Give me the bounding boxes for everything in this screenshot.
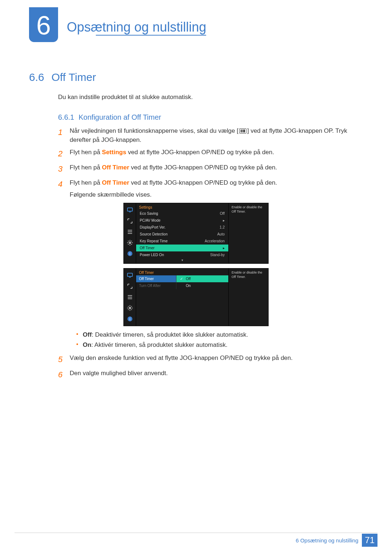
osd-help-text: Enable or disable the Off Timer. [228,268,268,326]
step-4: 4 Flyt hen på Off Timer ved at flytte JO… [58,178,363,199]
step-number: 3 [58,163,67,175]
osd-settings-figure: i Settings Eco SavingOff PC/AV Mode▸ Dis… [123,203,363,264]
gear-icon [126,239,134,247]
resize-icon [126,282,134,290]
osd-subitem-disabled: Turn Off After [136,282,176,289]
osd-tab-column: i [124,268,136,326]
osd-subitem-highlighted: Off Timer [136,275,176,282]
osd-row: Power LED OnStand-by [136,251,228,258]
chapter-rule [96,35,206,36]
osd-row: DisplayPort Ver.1.2 [136,224,228,231]
keyword: Settings [102,149,126,156]
osd-title: Off Timer [136,268,228,275]
info-icon: i [126,250,134,258]
svg-rect-1 [129,212,131,213]
step-3: 3 Flyt hen på Off Timer ved at flytte JO… [58,163,363,175]
bullet-icon: • [76,331,83,338]
osd-option-pane: ✓Off On [176,275,228,289]
steps-list-cont: 5 Vælg den ønskede funktion ved at flytt… [58,354,363,381]
subsection-heading: 6.6.1Konfiguration af Off Timer [58,113,363,122]
bullet-off: • Off: Deaktivér timeren, så produktet i… [76,331,363,338]
footer-rule [15,533,377,533]
chapter-header: 6 Opsætning og nulstilling [29,7,363,42]
page-number: 71 [362,534,377,547]
step-extra: Følgende skærmbillede vises. [70,190,363,200]
step-5: 5 Vælg den ønskede funktion ved at flytt… [58,354,363,365]
step-1: 1 Når vejledningen til funktionsknappern… [58,127,363,144]
osd-row: Eco SavingOff [136,210,228,217]
option-descriptions: • Off: Deaktivér timeren, så produktet i… [76,331,363,349]
chapter-title: Opsætning og nulstilling [67,20,206,35]
info-icon: i [126,315,134,323]
osd-menu-list: Settings Eco SavingOff PC/AV Mode▸ Displ… [136,203,228,263]
subsection-number: 6.6.1 [58,113,74,121]
menu-icon [239,128,246,134]
osd-offtimer-figure: i Off Timer Off Timer Turn Off After ✓Of… [123,268,363,326]
document-page: 6 Opsætning og nulstilling 6.6Off Timer … [0,0,392,554]
gear-icon [126,304,134,312]
scroll-down-icon: ▾ [136,258,228,263]
svg-text:i: i [129,317,130,321]
osd-row: PC/AV Mode▸ [136,217,228,224]
page-footer: 6 Opsætning og nulstilling 71 [296,534,377,547]
step-text: Vælg den ønskede funktion ved at flytte … [67,354,363,363]
step-number: 5 [58,354,67,365]
osd-row-highlighted: Off Timer▸ [136,245,228,251]
bullet-icon: • [76,341,83,349]
bullet-on: • On: Aktivér timeren, så produktet sluk… [76,341,363,349]
section-number: 6.6 [29,71,44,83]
list-icon [126,293,134,301]
step-text: Den valgte mulighed bliver anvendt. [67,369,363,378]
svg-point-2 [129,242,131,244]
section-heading: 6.6Off Timer [29,71,363,83]
keyword: Off Timer [102,164,129,171]
svg-rect-5 [127,273,132,276]
osd-help-text: Enable or disable the Off Timer. [228,203,268,263]
step-number: 1 [58,127,67,138]
osd-menu-list: Off Timer Off Timer Turn Off After ✓Off … [136,268,228,326]
steps-list: 1 Når vejledningen til funktionsknappern… [58,127,363,199]
monitor-icon [126,271,134,279]
svg-rect-6 [129,277,131,278]
step-text: Når vejledningen til funktionsknapperne … [70,127,238,134]
step-2: 2 Flyt hen på Settings ved at flytte JOG… [58,148,363,160]
monitor-icon [126,206,134,214]
footer-text: 6 Opsætning og nulstilling [296,537,359,543]
list-icon [126,228,134,236]
svg-rect-0 [127,208,132,211]
osd-title: Settings [136,203,228,210]
osd-option: On [176,282,228,289]
step-number: 2 [58,148,67,160]
step-number: 6 [58,369,67,381]
osd-row: Source DetectionAuto [136,231,228,238]
section-title: Off Timer [52,71,96,83]
keyword: Off Timer [102,179,129,186]
osd-option-highlighted: ✓Off [176,275,228,282]
osd-tab-column: i [124,203,136,263]
section: 6.6Off Timer Du kan indstille produktet … [29,71,363,381]
section-intro: Du kan indstille produktet til at slukke… [58,94,363,101]
subsection-title: Konfiguration af Off Timer [78,113,161,121]
chapter-number-badge: 6 [29,7,58,42]
resize-icon [126,217,134,225]
step-number: 4 [58,178,67,190]
svg-text:i: i [129,251,130,256]
check-icon: ✓ [180,277,184,281]
svg-point-7 [129,307,131,309]
step-6: 6 Den valgte mulighed bliver anvendt. [58,369,363,381]
osd-row: Key Repeat TimeAcceleration [136,238,228,245]
